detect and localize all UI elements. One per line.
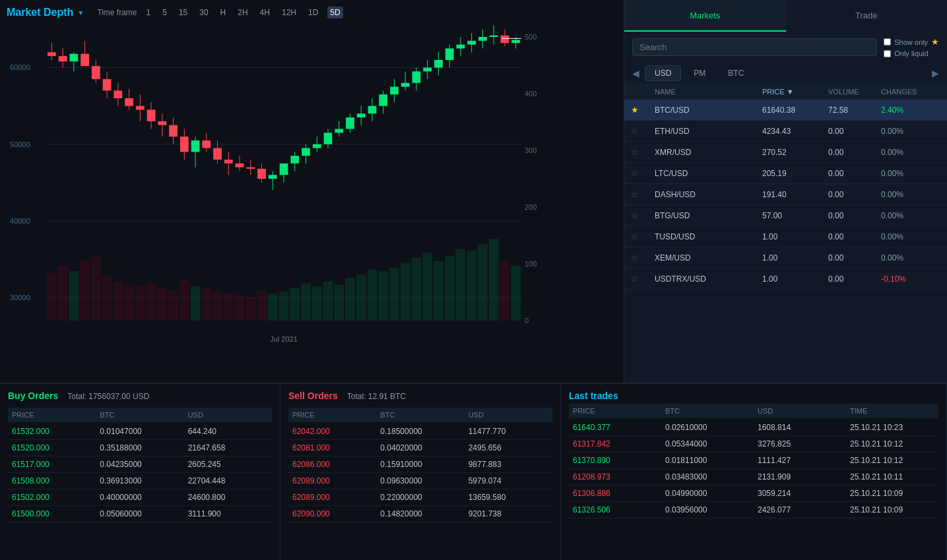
trade-price: 61326.506 [569, 504, 661, 516]
market-row[interactable]: ☆ ETH/USD 4234.43 0.00 0.00% [624, 121, 947, 142]
price-value: 270.52 [762, 148, 828, 157]
buy-usd: 24600.800 [184, 491, 272, 503]
price-value: 1.00 [762, 274, 828, 284]
price-value: 205.19 [762, 169, 828, 178]
buy-order-row[interactable]: 61532.000 0.01047000 644.240 [8, 423, 272, 440]
sell-price: 62089.000 [288, 475, 376, 487]
timeframe-2H[interactable]: 2H [235, 7, 250, 18]
trades-col-usd: USD [754, 407, 846, 415]
pair-name: BTG/USD [655, 211, 762, 220]
trade-price: 61208.973 [569, 471, 661, 483]
sell-usd: 5979.074 [465, 475, 552, 487]
timeframe-5D[interactable]: 5D [327, 7, 343, 18]
market-row[interactable]: ☆ LTC/USD 205.19 0.00 0.00% [624, 163, 947, 184]
trade-row[interactable]: 61306.886 0.04990000 3059.214 25.10.21 1… [569, 485, 938, 502]
trade-time: 25.10.21 10:11 [846, 471, 938, 483]
star-icon[interactable]: ☆ [631, 168, 655, 178]
pair-name: XMR/USD [655, 148, 762, 157]
buy-order-row[interactable]: 61508.000 0.36913000 22704.448 [8, 473, 272, 489]
sell-order-row[interactable]: 62042.000 0.18500000 11477.770 [288, 423, 552, 440]
price-value: 4234.43 [762, 127, 828, 136]
star-icon[interactable]: ☆ [631, 274, 655, 284]
sell-price: 62081.000 [288, 442, 376, 454]
star-icon[interactable]: ☆ [631, 147, 655, 157]
sell-btc: 0.15910000 [376, 458, 464, 470]
market-row[interactable]: ★ BTC/USD 61640.38 72.58 2.40% [624, 100, 947, 121]
trade-usd: 3276.825 [754, 438, 846, 450]
buy-order-row[interactable]: 61502.000 0.40000000 24600.800 [8, 489, 272, 506]
currency-tab-pm[interactable]: PM [684, 65, 715, 81]
tab-markets[interactable]: Markets [624, 0, 786, 32]
trade-row[interactable]: 61640.377 0.02610000 1608.814 25.10.21 1… [569, 420, 938, 436]
trade-row[interactable]: 61326.506 0.03956000 2426.077 25.10.21 1… [569, 502, 938, 518]
market-row[interactable]: ☆ XMR/USD 270.52 0.00 0.00% [624, 142, 947, 163]
trades-col-time: TIME [846, 407, 938, 415]
buy-btc: 0.40000000 [96, 491, 183, 503]
chart-title[interactable]: Market Depth ▼ [7, 7, 84, 18]
buy-order-row[interactable]: 61500.000 0.05060000 3111.900 [8, 506, 272, 522]
star-icon[interactable]: ☆ [631, 210, 655, 220]
price-value: 57.00 [762, 211, 828, 220]
market-row[interactable]: ☆ DASH/USD 191.40 0.00 0.00% [624, 184, 947, 205]
trade-btc: 0.05344000 [661, 438, 754, 450]
buy-order-row[interactable]: 61517.000 0.04235000 2605.245 [8, 456, 272, 473]
change-value: 0.00% [881, 253, 940, 263]
timeframe-1D[interactable]: 1D [306, 7, 321, 18]
sell-usd: 9877.883 [465, 458, 552, 470]
market-row[interactable]: ☆ USDTRX/USD 1.00 0.00 -0.10% [624, 268, 947, 290]
only-liquid-checkbox[interactable] [884, 50, 891, 57]
timeframe-15[interactable]: 15 [176, 7, 190, 18]
market-row[interactable]: ☆ XEM/USD 1.00 0.00 0.00% [624, 247, 947, 268]
market-row[interactable]: ☆ TUSD/USD 1.00 0.00 0.00% [624, 226, 947, 247]
star-icon[interactable]: ☆ [631, 189, 655, 199]
trades-header: PRICE BTC USD TIME [569, 404, 938, 418]
col-price[interactable]: Price ▼ [762, 88, 828, 96]
star-icon[interactable]: ☆ [631, 253, 655, 263]
trade-btc: 0.02610000 [661, 421, 754, 433]
volume-value: 0.00 [828, 148, 881, 157]
buy-usd: 22704.448 [184, 475, 272, 487]
trade-row[interactable]: 61370.890 0.01811000 1111.427 25.10.21 1… [569, 452, 938, 469]
change-value: 0.00% [881, 148, 940, 157]
buy-order-row[interactable]: 61520.000 0.35188000 21647.658 [8, 440, 272, 456]
prev-currency-arrow[interactable]: ◀ [630, 67, 642, 80]
search-input[interactable] [639, 42, 870, 52]
trade-usd: 1608.814 [754, 421, 846, 433]
sell-orders-title: Sell Orders [288, 390, 338, 401]
volume-value: 0.00 [828, 253, 881, 263]
sell-order-row[interactable]: 62081.000 0.04020000 2495.656 [288, 440, 552, 456]
pair-name: ETH/USD [655, 127, 762, 136]
trade-time: 25.10.21 10:12 [846, 438, 938, 450]
timeframe-1[interactable]: 1 [144, 7, 154, 18]
timeframe-12H[interactable]: 12H [279, 7, 299, 18]
sell-order-row[interactable]: 62089.000 0.09630000 5979.074 [288, 473, 552, 489]
currency-tab-usd[interactable]: USD [645, 65, 681, 81]
timeframe-30[interactable]: 30 [197, 7, 211, 18]
timeframe-5[interactable]: 5 [160, 7, 170, 18]
trade-row[interactable]: 61317.842 0.05344000 3276.825 25.10.21 1… [569, 436, 938, 452]
sell-usd: 13659.580 [465, 491, 552, 503]
timeframe-H[interactable]: H [218, 7, 229, 18]
currency-tab-btc[interactable]: BTC [718, 65, 754, 81]
buy-rows: 61532.000 0.01047000 644.240 61520.000 0… [8, 423, 272, 522]
sell-col-btc: BTC [376, 411, 464, 419]
star-icon[interactable]: ☆ [631, 126, 655, 136]
star-icon[interactable]: ☆ [631, 232, 655, 241]
tab-trade[interactable]: Trade [786, 0, 948, 32]
buy-btc: 0.35188000 [96, 442, 183, 454]
change-value: -0.10% [881, 274, 940, 284]
timeframe-4H[interactable]: 4H [257, 7, 273, 18]
trade-time: 25.10.21 10:23 [846, 421, 938, 433]
sell-order-row[interactable]: 62086.000 0.15910000 9877.883 [288, 456, 552, 473]
show-only-checkbox[interactable] [884, 38, 891, 46]
sell-order-row[interactable]: 62090.000 0.14820000 9201.738 [288, 506, 552, 522]
volume-value: 0.00 [828, 211, 881, 220]
sell-order-row[interactable]: 62089.000 0.22000000 13659.580 [288, 489, 552, 506]
next-currency-arrow[interactable]: ▶ [929, 67, 942, 80]
star-icon[interactable]: ★ [631, 105, 655, 115]
trade-price: 61306.886 [569, 487, 661, 499]
timeframe-label: Time frame [97, 8, 137, 17]
chart-area: Market Depth ▼ Time frame 1 5 15 30 H 2H… [0, 0, 624, 383]
trade-row[interactable]: 61208.973 0.03483000 2131.909 25.10.21 1… [569, 469, 938, 485]
market-row[interactable]: ☆ BTG/USD 57.00 0.00 0.00% [624, 205, 947, 226]
